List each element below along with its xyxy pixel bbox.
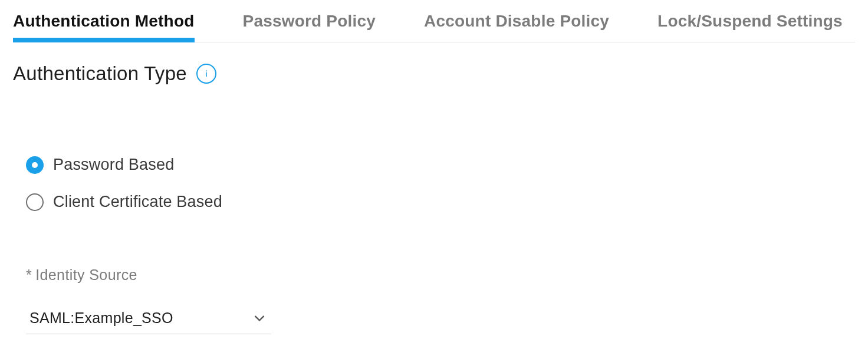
select-value: SAML:Example_SSO (29, 310, 173, 327)
field-label-text: Identity Source (35, 266, 137, 284)
tab-bar: Authentication Method Password Policy Ac… (13, 0, 855, 42)
radio-password-based[interactable]: Password Based (26, 156, 855, 174)
identity-source-select[interactable]: SAML:Example_SSO (26, 305, 271, 334)
chevron-down-icon (251, 310, 268, 327)
radio-label: Client Certificate Based (53, 193, 222, 211)
radio-icon (26, 193, 44, 211)
radio-icon (26, 156, 44, 174)
radio-client-certificate-based[interactable]: Client Certificate Based (26, 193, 855, 211)
section-heading: Authentication Type (13, 62, 855, 85)
info-icon[interactable] (196, 64, 216, 84)
section-title: Authentication Type (13, 62, 187, 85)
identity-source-field: * Identity Source SAML:Example_SSO (13, 266, 855, 334)
tab-account-disable-policy[interactable]: Account Disable Policy (424, 0, 609, 42)
radio-label: Password Based (53, 156, 174, 174)
tab-lock-suspend-settings[interactable]: Lock/Suspend Settings (657, 0, 843, 42)
required-mark: * (26, 266, 32, 284)
tab-label: Account Disable Policy (424, 12, 609, 31)
auth-type-radio-group: Password Based Client Certificate Based (13, 156, 855, 211)
field-label: * Identity Source (26, 266, 137, 284)
tab-label: Authentication Method (13, 12, 195, 31)
tab-authentication-method[interactable]: Authentication Method (13, 0, 195, 42)
svg-point-1 (206, 71, 207, 71)
tab-label: Lock/Suspend Settings (657, 12, 843, 31)
tab-password-policy[interactable]: Password Policy (243, 0, 376, 42)
tab-label: Password Policy (243, 12, 376, 31)
